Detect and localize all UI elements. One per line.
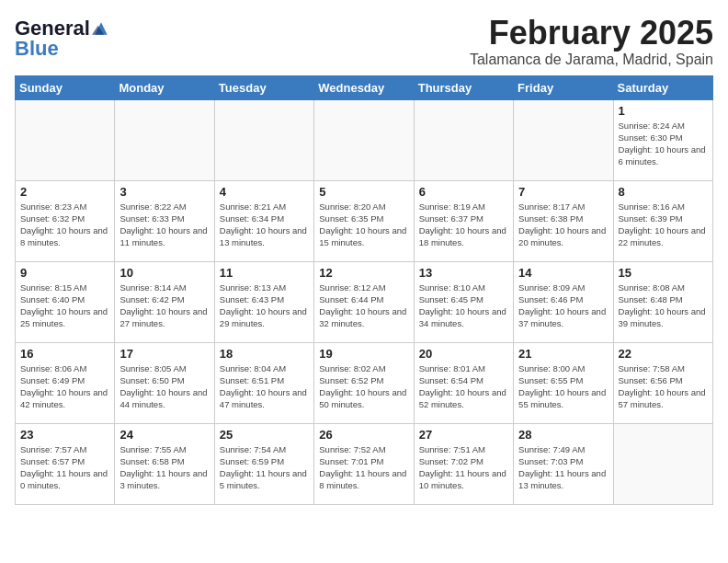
calendar-cell: 10Sunrise: 8:14 AM Sunset: 6:42 PM Dayli… (115, 261, 214, 342)
day-info: Sunrise: 8:05 AM Sunset: 6:50 PM Dayligh… (119, 362, 209, 411)
calendar-cell: 17Sunrise: 8:05 AM Sunset: 6:50 PM Dayli… (115, 342, 214, 423)
day-number: 23 (20, 428, 109, 442)
calendar-cell: 8Sunrise: 8:16 AM Sunset: 6:39 PM Daylig… (613, 180, 712, 261)
calendar-cell: 20Sunrise: 8:01 AM Sunset: 6:54 PM Dayli… (414, 342, 513, 423)
weekday-header: Tuesday (214, 75, 313, 99)
day-info: Sunrise: 8:21 AM Sunset: 6:34 PM Dayligh… (220, 201, 309, 249)
day-number: 7 (518, 185, 608, 199)
day-info: Sunrise: 8:17 AM Sunset: 6:38 PM Dayligh… (518, 201, 608, 249)
calendar-week-row: 23Sunrise: 7:57 AM Sunset: 6:57 PM Dayli… (16, 423, 713, 504)
calendar-cell: 12Sunrise: 8:12 AM Sunset: 6:44 PM Dayli… (314, 261, 414, 342)
calendar-cell: 28Sunrise: 7:49 AM Sunset: 7:03 PM Dayli… (514, 423, 613, 504)
day-info: Sunrise: 8:02 AM Sunset: 6:52 PM Dayligh… (319, 362, 408, 411)
day-number: 18 (220, 347, 309, 361)
day-info: Sunrise: 8:14 AM Sunset: 6:42 PM Dayligh… (119, 282, 209, 330)
day-number: 20 (419, 347, 508, 361)
day-info: Sunrise: 7:54 AM Sunset: 6:59 PM Dayligh… (220, 443, 309, 492)
day-number: 24 (119, 428, 209, 442)
day-info: Sunrise: 8:08 AM Sunset: 6:48 PM Dayligh… (619, 282, 708, 330)
calendar-cell: 2Sunrise: 8:23 AM Sunset: 6:32 PM Daylig… (16, 180, 115, 261)
calendar-cell: 1Sunrise: 8:24 AM Sunset: 6:30 PM Daylig… (613, 99, 712, 180)
day-number: 16 (20, 347, 109, 361)
day-number: 5 (319, 185, 408, 199)
weekday-header-row: SundayMondayTuesdayWednesdayThursdayFrid… (16, 75, 713, 99)
day-number: 19 (319, 347, 408, 361)
calendar-week-row: 16Sunrise: 8:06 AM Sunset: 6:49 PM Dayli… (16, 342, 713, 423)
calendar-cell: 22Sunrise: 7:58 AM Sunset: 6:56 PM Dayli… (613, 342, 712, 423)
calendar-cell: 11Sunrise: 8:13 AM Sunset: 6:43 PM Dayli… (214, 261, 313, 342)
day-number: 26 (319, 428, 408, 442)
day-info: Sunrise: 8:12 AM Sunset: 6:44 PM Dayligh… (319, 282, 408, 330)
day-info: Sunrise: 8:19 AM Sunset: 6:37 PM Dayligh… (419, 201, 508, 249)
day-number: 8 (619, 185, 708, 199)
calendar-cell (214, 99, 313, 180)
calendar-cell (314, 99, 414, 180)
day-info: Sunrise: 7:52 AM Sunset: 7:01 PM Dayligh… (319, 443, 408, 492)
day-number: 2 (20, 185, 109, 199)
header: General Blue February 2025 Talamanca de … (15, 15, 713, 68)
calendar-cell: 5Sunrise: 8:20 AM Sunset: 6:35 PM Daylig… (314, 180, 414, 261)
calendar-cell: 6Sunrise: 8:19 AM Sunset: 6:37 PM Daylig… (414, 180, 513, 261)
day-number: 12 (319, 266, 408, 280)
day-info: Sunrise: 8:00 AM Sunset: 6:55 PM Dayligh… (518, 362, 608, 411)
day-info: Sunrise: 8:10 AM Sunset: 6:45 PM Dayligh… (419, 282, 508, 330)
day-info: Sunrise: 8:04 AM Sunset: 6:51 PM Dayligh… (220, 362, 309, 411)
day-number: 13 (419, 266, 508, 280)
day-number: 9 (20, 266, 109, 280)
day-info: Sunrise: 7:49 AM Sunset: 7:03 PM Dayligh… (518, 443, 608, 492)
calendar-cell: 27Sunrise: 7:51 AM Sunset: 7:02 PM Dayli… (414, 423, 513, 504)
day-number: 17 (119, 347, 209, 361)
day-number: 27 (419, 428, 508, 442)
calendar-subtitle: Talamanca de Jarama, Madrid, Spain (470, 52, 713, 68)
calendar-cell: 26Sunrise: 7:52 AM Sunset: 7:01 PM Dayli… (314, 423, 414, 504)
day-number: 10 (119, 266, 209, 280)
calendar-week-row: 2Sunrise: 8:23 AM Sunset: 6:32 PM Daylig… (16, 180, 713, 261)
day-info: Sunrise: 8:20 AM Sunset: 6:35 PM Dayligh… (319, 201, 408, 249)
day-info: Sunrise: 8:15 AM Sunset: 6:40 PM Dayligh… (20, 282, 109, 330)
calendar-cell: 18Sunrise: 8:04 AM Sunset: 6:51 PM Dayli… (214, 342, 313, 423)
title-block: February 2025 Talamanca de Jarama, Madri… (470, 15, 713, 68)
calendar-cell: 7Sunrise: 8:17 AM Sunset: 6:38 PM Daylig… (514, 180, 613, 261)
day-info: Sunrise: 8:06 AM Sunset: 6:49 PM Dayligh… (20, 362, 109, 411)
calendar-cell: 23Sunrise: 7:57 AM Sunset: 6:57 PM Dayli… (16, 423, 115, 504)
day-number: 3 (119, 185, 209, 199)
day-number: 6 (419, 185, 508, 199)
weekday-header: Friday (514, 75, 613, 99)
calendar-title: February 2025 (470, 15, 713, 52)
logo: General Blue (15, 18, 110, 59)
day-info: Sunrise: 7:51 AM Sunset: 7:02 PM Dayligh… (419, 443, 508, 492)
calendar-cell (613, 423, 712, 504)
day-info: Sunrise: 8:22 AM Sunset: 6:33 PM Dayligh… (119, 201, 209, 249)
logo-blue-text: Blue (15, 39, 59, 59)
calendar-table: SundayMondayTuesdayWednesdayThursdayFrid… (15, 75, 713, 505)
calendar-cell: 14Sunrise: 8:09 AM Sunset: 6:46 PM Dayli… (514, 261, 613, 342)
calendar-cell: 9Sunrise: 8:15 AM Sunset: 6:40 PM Daylig… (16, 261, 115, 342)
day-number: 15 (619, 266, 708, 280)
logo-icon (92, 19, 110, 38)
day-info: Sunrise: 8:01 AM Sunset: 6:54 PM Dayligh… (419, 362, 508, 411)
day-info: Sunrise: 8:24 AM Sunset: 6:30 PM Dayligh… (619, 120, 708, 168)
day-number: 25 (220, 428, 309, 442)
day-number: 14 (518, 266, 608, 280)
weekday-header: Saturday (613, 75, 712, 99)
day-info: Sunrise: 7:58 AM Sunset: 6:56 PM Dayligh… (619, 362, 708, 411)
calendar-cell: 15Sunrise: 8:08 AM Sunset: 6:48 PM Dayli… (613, 261, 712, 342)
calendar-cell: 13Sunrise: 8:10 AM Sunset: 6:45 PM Dayli… (414, 261, 513, 342)
calendar-cell: 4Sunrise: 8:21 AM Sunset: 6:34 PM Daylig… (214, 180, 313, 261)
day-number: 1 (619, 104, 708, 118)
calendar-cell (115, 99, 214, 180)
day-number: 22 (619, 347, 708, 361)
calendar-cell (514, 99, 613, 180)
day-number: 4 (220, 185, 309, 199)
day-number: 21 (518, 347, 608, 361)
day-number: 28 (518, 428, 608, 442)
calendar-cell (16, 99, 115, 180)
calendar-cell: 21Sunrise: 8:00 AM Sunset: 6:55 PM Dayli… (514, 342, 613, 423)
day-info: Sunrise: 7:55 AM Sunset: 6:58 PM Dayligh… (119, 443, 209, 492)
weekday-header: Sunday (16, 75, 115, 99)
logo-text: General (15, 18, 90, 39)
calendar-cell: 25Sunrise: 7:54 AM Sunset: 6:59 PM Dayli… (214, 423, 313, 504)
day-number: 11 (220, 266, 309, 280)
calendar-cell (414, 99, 513, 180)
calendar-cell: 3Sunrise: 8:22 AM Sunset: 6:33 PM Daylig… (115, 180, 214, 261)
